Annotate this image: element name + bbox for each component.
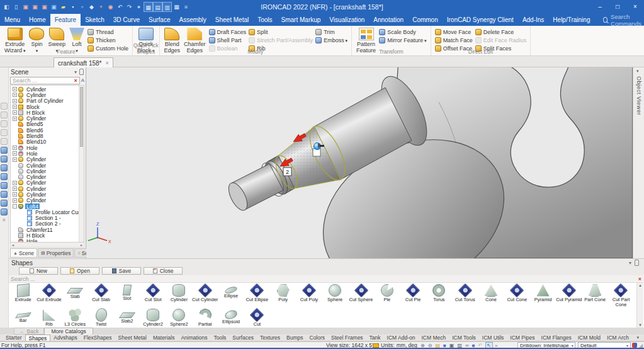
render-cube-tool-8[interactable] [1,209,8,215]
document-tab-close-icon[interactable]: × [106,60,109,66]
catalog-item[interactable]: Cut Pie [400,283,426,307]
document-tab[interactable]: crankshaft 158* × [54,57,113,68]
ribbon-small-button[interactable]: Shell Part [209,37,247,44]
snap-tool[interactable]: ✳ [1,217,7,223]
catalog-tab[interactable]: Bumps [283,335,306,341]
tree-expander[interactable]: + [13,151,17,156]
catalog-item[interactable]: Slab [62,283,88,307]
sketch-grid-icon[interactable]: ▦ [144,2,153,12]
catalog-tab[interactable]: ICM Add-on [384,335,419,341]
tree-expander[interactable]: + [13,181,17,185]
catalog-item[interactable]: Cut Slot [140,283,166,307]
export-icon[interactable]: ▣ [40,2,49,12]
tree-expander[interactable]: + [13,105,17,109]
catalog-tab[interactable]: ICM Pipes [507,335,538,341]
scrollbar-thumb[interactable] [80,87,83,147]
panel-expand-icon[interactable]: ▾ [636,69,639,74]
catalog-toolbar-button[interactable]: Close [144,267,183,275]
redo-icon[interactable]: ↷ [125,2,134,12]
link-icon[interactable]: ◉ [106,2,115,12]
render-cube-tool-6[interactable] [1,191,8,198]
menu-tab[interactable]: Smart Markup [277,14,325,26]
ribbon-small-button[interactable]: Move Face [435,28,473,36]
ribbon-small-button[interactable]: Edit Face Radius [475,37,527,44]
save-icon[interactable]: ▪ [68,2,77,12]
menu-tab[interactable]: Menu [0,14,25,26]
tab-overflow-icon[interactable]: ▾ [636,335,644,341]
tree-expander[interactable]: + [13,110,17,115]
catalog-item[interactable]: Bar [10,307,36,328]
display-tool-gray-4[interactable] [1,129,8,136]
tree-item[interactable]: Blend8 [11,133,79,139]
menu-tab[interactable]: 3D Curve [109,14,144,26]
panel-tab[interactable]: ▲ Scene [10,248,37,258]
tree-item[interactable]: Blend5 [11,122,79,127]
catalog-pin-icon[interactable] [635,260,639,266]
catalog-tab[interactable]: Steel Frames [328,335,366,341]
menu-tab[interactable]: Sheet Metal [211,14,253,26]
app-icon[interactable]: ◧ [2,2,11,12]
catalog-item[interactable]: Cut Slab [88,283,114,307]
tree-vertical-scrollbar[interactable] [79,86,84,242]
tree-expander[interactable]: - [13,204,17,209]
catalog-tab[interactable]: Shapes [25,335,51,341]
render-icon[interactable]: ● [134,2,144,12]
tree-expander[interactable]: + [13,192,17,197]
catalog-item[interactable]: Cut Cone [504,283,530,307]
catalog-clear-search-icon[interactable]: × [638,276,644,282]
catalog-item[interactable]: Poly [270,283,296,307]
ribbon-small-button[interactable]: Draft Faces [209,28,247,36]
scroll-left-icon[interactable]: ◂ [12,243,14,247]
catalog-item[interactable]: Ellipsoid [218,307,244,328]
collaboration-icon[interactable] [632,343,637,348]
tree-item[interactable]: + Cylinder [11,186,79,192]
menu-tab[interactable]: Visualization [325,14,369,26]
menu-tab[interactable]: Common [408,14,443,26]
catalog-toolbar-button[interactable]: Save [102,267,141,275]
tree-item[interactable]: + Hole [11,151,79,156]
menu-tab[interactable]: Help/Training [548,14,594,26]
section-number-handle[interactable]: 2 [283,168,291,176]
pin-icon[interactable]: + [96,2,106,12]
undo-icon[interactable]: ↶ [115,2,125,12]
panel-tab[interactable]: ▤ Properties [38,248,74,258]
catalog-tab[interactable]: ICM Mold [575,335,604,341]
display-tool-gray-3[interactable] [1,120,8,127]
ribbon-small-button[interactable]: Thicken [88,37,128,44]
catalog-tab[interactable]: Tools [211,335,230,341]
catalog-back-button[interactable]: ← Back [14,328,44,335]
catalog-tab[interactable]: ICM Mech [418,335,449,341]
catalog-item[interactable]: Pyramid [530,283,556,307]
tree-item[interactable]: + H Block [11,110,79,115]
tree-item[interactable]: - Loft4 [11,203,79,209]
save-as-icon[interactable]: ▫ [77,2,87,12]
close-button[interactable]: × [626,0,644,14]
ribbon-small-button[interactable]: Emboss [315,37,347,44]
catalog-item[interactable]: Cylinder [166,283,192,307]
tree-item[interactable]: Blend10 [11,139,79,145]
catalog-item[interactable]: Cut Pyramid [556,283,582,307]
menu-tab[interactable]: Home [25,14,50,26]
minimize-button[interactable]: – [591,0,609,14]
image-icon[interactable]: ▣ [49,2,59,12]
tree-item[interactable]: + Cylinder [11,92,79,98]
catalog-tab[interactable]: ICM Utils [479,335,507,341]
tree-item[interactable]: + Cylinder [11,192,79,197]
tree-item[interactable]: + Cylinder [11,180,79,186]
more-catalogs-tab[interactable]: More Catalogs [44,328,93,335]
ribbon-small-button[interactable]: Stretch Part/Assembly [249,37,313,44]
catalog-item[interactable]: Twist [88,307,114,328]
ribbon-small-button[interactable]: Match Face [435,37,473,44]
scroll-right-icon[interactable]: ▸ [81,243,82,247]
ribbon-small-button[interactable]: Trim [315,28,347,36]
catalog-item[interactable]: Pie [374,283,400,307]
catalog-scrollbar[interactable]: ▴ ▾ [636,283,643,328]
catalog-tab[interactable]: ICM Tools [449,335,479,341]
render-cube-tool-3[interactable] [1,164,8,171]
tree-item[interactable]: H Block [11,232,79,238]
catalog-tab[interactable]: Tank [366,335,384,341]
catalog-browser-icon[interactable]: ▥ [162,2,172,12]
folder-icon[interactable]: ▰ [59,2,68,12]
catalog-item[interactable]: Sphere [322,283,348,307]
menu-tab[interactable]: Add-Ins [518,14,548,26]
